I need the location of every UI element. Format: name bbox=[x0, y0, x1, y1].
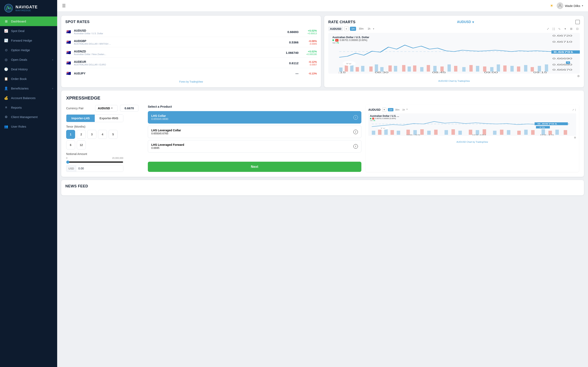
spot-rates-card: SPOT RATES 🇦🇺 AUDUSD Australian Dollar /… bbox=[61, 16, 321, 87]
tenor-4[interactable]: 4 bbox=[98, 130, 107, 139]
tenor-12[interactable]: 12 bbox=[77, 141, 86, 150]
forex-link[interactable]: Forex by TradingView bbox=[65, 80, 317, 83]
svg-text:08:45: 08:45 bbox=[432, 71, 446, 74]
sidebar-item-dashboard[interactable]: ⊞ Dashboard bbox=[0, 17, 57, 26]
small-price: 0.66701 0.00000 (0.00%) bbox=[375, 117, 396, 119]
tenor-6[interactable]: 6 bbox=[66, 141, 75, 150]
sidebar-item-label: User Roles bbox=[11, 125, 26, 128]
svg-text:09:15: 09:15 bbox=[533, 71, 547, 74]
svg-rect-51 bbox=[372, 131, 375, 135]
deal-history-icon: 🕐 bbox=[4, 67, 8, 71]
small-time-1h[interactable]: 1h bbox=[401, 108, 406, 111]
sidebar-item-user-roles[interactable]: 👥 User Roles bbox=[0, 122, 57, 131]
svg-rect-71 bbox=[524, 130, 528, 135]
svg-rect-18 bbox=[380, 67, 383, 72]
rate-pct-audgbp: -0.08% bbox=[301, 40, 317, 43]
product-lhs-leveraged-forward[interactable]: LHS Leveraged Forward 0.6695 i bbox=[148, 140, 361, 152]
chart-time-30m[interactable]: 30m bbox=[357, 27, 365, 31]
hamburger-menu[interactable]: ☰ bbox=[62, 3, 66, 8]
svg-rect-54 bbox=[390, 130, 394, 135]
sidebar-item-client-management[interactable]: ⚙ Client Management bbox=[0, 112, 57, 122]
sidebar-item-spot-deal[interactable]: 📈 Spot Deal bbox=[0, 26, 57, 36]
importer-lhs-btn[interactable]: Importer-LHS bbox=[66, 115, 95, 122]
user-profile[interactable]: Wade Dilks ▾ bbox=[557, 2, 583, 9]
sidebar-item-account-balances[interactable]: 💰 Account Balances bbox=[0, 93, 57, 103]
chart-tool-crosshair[interactable]: ⤢ bbox=[545, 26, 550, 31]
notional-slider[interactable] bbox=[66, 160, 123, 164]
sidebar-item-order-book[interactable]: 📋 Order Book bbox=[0, 74, 57, 83]
product-info-icon-0[interactable]: i bbox=[354, 115, 358, 120]
flag-audnzd: 🇦🇺 bbox=[65, 49, 72, 56]
content-area: SPOT RATES 🇦🇺 AUDUSD Australian Dollar /… bbox=[57, 12, 588, 200]
notional-label: Notional Amount bbox=[66, 152, 93, 156]
svg-text:0.66680: 0.66680 bbox=[553, 64, 572, 66]
rate-info-audnzd: AUDNZD Australian Dollar / New Zealan... bbox=[74, 50, 280, 55]
small-settings-icon[interactable]: ⚙ bbox=[574, 136, 576, 139]
rate-item-audusd[interactable]: 🇦🇺 AUDUSD Australian Dollar / U.S. Dolla… bbox=[65, 27, 317, 37]
rate-desc-audgbp: AUSTRALIAN DOLLAR / BRITISH ... bbox=[74, 43, 280, 45]
tenor-3[interactable]: 3 bbox=[87, 130, 96, 139]
xpress-hedge-card: XPRESSHEDGE Currency Pair AUDUSD ▾ 0.667… bbox=[61, 91, 584, 177]
rate-charts-header: RATE CHARTS AUDUSD ▾ bbox=[328, 20, 580, 24]
product-info-icon-2[interactable]: i bbox=[354, 144, 358, 149]
sidebar-item-option-hedge[interactable]: ⊙ Option Hedge bbox=[0, 45, 57, 55]
amount-field[interactable] bbox=[76, 165, 123, 172]
small-chart-add-btn[interactable]: + bbox=[382, 108, 386, 112]
rate-item-audeur[interactable]: 🇦🇺 AUDEUR AUSTRALIAN DOLLAR / EURO 0.611… bbox=[65, 58, 317, 68]
product-rate-1: 0.6550/0.6765 bbox=[151, 132, 181, 135]
direction-toggle: Importer-LHS Exporter-RHS bbox=[66, 114, 144, 122]
sidebar-item-reports[interactable]: ≡ Reports bbox=[0, 103, 57, 112]
tenor-2[interactable]: 2 bbox=[77, 130, 86, 139]
chart-tool-extra1[interactable]: ⊞ bbox=[569, 26, 574, 31]
chevron-down-tool[interactable]: ▾ bbox=[563, 26, 568, 31]
rate-item-audjpy[interactable]: 🇦🇺 AUDJPY — -0.13% bbox=[65, 68, 317, 78]
product-info-1: LHS Leveraged Collar 0.6550/0.6765 bbox=[151, 129, 181, 135]
chart-settings-icon[interactable]: ⚙ bbox=[577, 75, 580, 78]
open-deals-icon: ◎ bbox=[4, 58, 8, 62]
small-tool-1[interactable]: ⤢ bbox=[572, 108, 574, 111]
product-name: LHS Collar bbox=[151, 114, 168, 117]
sidebar-item-label: Reports bbox=[11, 106, 22, 109]
chart-tool-extra2[interactable]: ⊡ bbox=[575, 26, 580, 31]
chart-tool-line[interactable]: ∿ bbox=[557, 26, 562, 31]
small-time-30m[interactable]: 30m bbox=[394, 108, 401, 111]
exporter-rhs-btn[interactable]: Exporter-RHS bbox=[95, 115, 123, 122]
tenor-1[interactable]: 1 bbox=[66, 130, 75, 139]
currency-pair-select[interactable]: AUDUSD ▾ bbox=[95, 105, 118, 111]
sidebar-logo: NAVIGATE NAVIHEDGE bbox=[0, 0, 57, 17]
chart-add-btn[interactable]: + bbox=[344, 26, 349, 31]
svg-rect-41 bbox=[538, 66, 541, 72]
small-tradingview-link[interactable]: AUDUSD Chart by TradingView bbox=[368, 141, 576, 143]
small-tool-2[interactable]: ∣ bbox=[575, 108, 576, 111]
sidebar-item-deal-history[interactable]: 🕐 Deal History bbox=[0, 64, 57, 74]
svg-text:09:00: 09:00 bbox=[472, 134, 486, 136]
next-button[interactable]: Next bbox=[148, 162, 361, 172]
tenor-5[interactable]: 5 bbox=[109, 130, 118, 139]
rate-item-audgbp[interactable]: 🇦🇺 AUDGBP AUSTRALIAN DOLLAR / BRITISH ..… bbox=[65, 37, 317, 47]
svg-rect-20 bbox=[394, 66, 397, 72]
rate-pair-audjpy: AUDJPY bbox=[74, 72, 280, 75]
sidebar-item-label: Option Hedge bbox=[11, 48, 30, 52]
small-time-1m[interactable]: 1m bbox=[388, 108, 393, 111]
svg-text:75: 75 bbox=[539, 126, 545, 128]
dashboard-icon: ⊞ bbox=[4, 19, 8, 23]
product-info: LHS Collar 0.6550/0.6690 bbox=[151, 114, 168, 120]
sidebar-item-forward-hedge[interactable]: 📉 Forward Hedge bbox=[0, 36, 57, 45]
chart-time-1m[interactable]: 1m bbox=[350, 27, 356, 31]
chart-tool-bar[interactable]: ∣∣ bbox=[551, 26, 556, 31]
rate-change-audgbp: -0.08% -0.0005 bbox=[301, 40, 317, 45]
sidebar-item-beneficiaries[interactable]: 👤 Beneficiaries › bbox=[0, 83, 57, 93]
tradingview-link[interactable]: AUDUSD Chart by TradingView bbox=[328, 80, 580, 82]
product-info-icon-1[interactable]: i bbox=[354, 130, 358, 134]
svg-rect-21 bbox=[402, 65, 406, 72]
chart-maximize-btn[interactable] bbox=[575, 20, 580, 24]
sidebar-item-open-deals[interactable]: ◎ Open Deals › bbox=[0, 55, 57, 64]
rate-info-audusd: AUDUSD Australian Dollar / U.S. Dollar bbox=[74, 29, 280, 35]
product-lhs-collar[interactable]: LHS Collar 0.6550/0.6690 i bbox=[148, 111, 361, 124]
product-lhs-leveraged-collar[interactable]: LHS Leveraged Collar 0.6550/0.6765 i bbox=[148, 125, 361, 138]
chart-pair-selector[interactable]: AUDUSD ▾ bbox=[457, 20, 474, 24]
small-chevron: ▾ bbox=[406, 108, 407, 111]
chart-time-1h[interactable]: 1h bbox=[366, 27, 372, 31]
rate-value-audjpy: — bbox=[282, 72, 298, 75]
rate-item-audnzd[interactable]: 🇦🇺 AUDNZD Australian Dollar / New Zealan… bbox=[65, 48, 317, 58]
